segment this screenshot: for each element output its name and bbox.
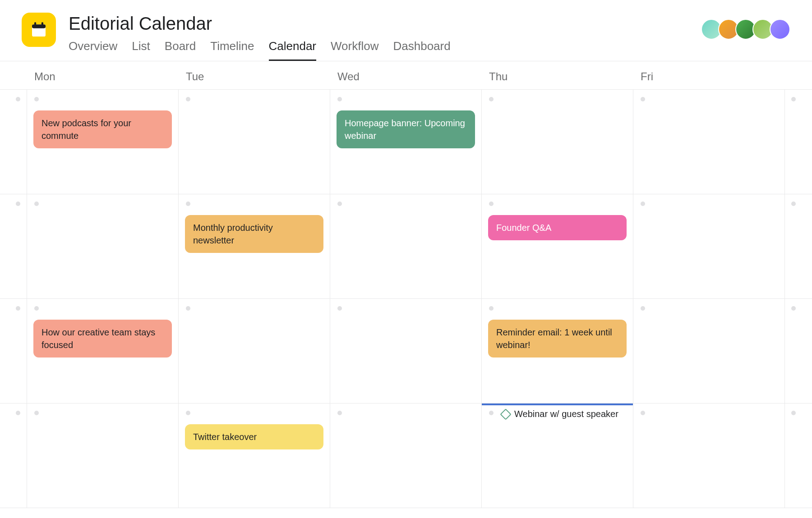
date-dot xyxy=(641,202,645,206)
date-dot xyxy=(791,202,796,206)
project-icon-calendar xyxy=(22,13,56,47)
cell-edge[interactable] xyxy=(785,403,812,508)
calendar-cell[interactable]: New podcasts for your commute xyxy=(27,90,179,194)
weekday-wed: Wed xyxy=(330,61,482,89)
tab-list[interactable]: List xyxy=(132,39,150,61)
calendar-grid: New podcasts for your commute Homepage b… xyxy=(0,89,812,508)
date-dot xyxy=(16,97,20,101)
avatar[interactable] xyxy=(770,19,790,40)
date-dot xyxy=(641,97,645,101)
task-card[interactable]: Reminder email: 1 week until webinar! xyxy=(488,320,627,358)
cell-edge[interactable] xyxy=(785,299,812,403)
date-dot xyxy=(337,306,342,311)
cell-edge[interactable] xyxy=(785,194,812,299)
weekday-tue: Tue xyxy=(179,61,330,89)
date-dot xyxy=(641,306,645,311)
date-dot xyxy=(16,202,20,206)
calendar-cell[interactable] xyxy=(330,403,482,508)
date-dot xyxy=(34,97,39,101)
svg-rect-1 xyxy=(32,24,46,28)
date-dot xyxy=(186,411,190,415)
milestone-diamond-icon xyxy=(500,408,511,420)
task-card[interactable]: Founder Q&A xyxy=(488,215,627,240)
date-dot xyxy=(34,202,39,206)
calendar-cell[interactable]: Founder Q&A xyxy=(482,194,633,299)
task-card[interactable]: Homepage banner: Upcoming webinar xyxy=(337,110,475,148)
weekday-thu: Thu xyxy=(482,61,633,89)
tab-calendar[interactable]: Calendar xyxy=(269,39,317,61)
task-card[interactable]: Twitter takeover xyxy=(185,424,323,449)
calendar-cell[interactable]: How our creative team stays focused xyxy=(27,299,179,403)
tab-workflow[interactable]: Workflow xyxy=(331,39,378,61)
date-dot xyxy=(489,202,494,206)
calendar-cell[interactable]: Reminder email: 1 week until webinar! xyxy=(482,299,633,403)
svg-rect-2 xyxy=(34,22,36,26)
date-dot xyxy=(489,411,494,415)
calendar-cell[interactable] xyxy=(633,403,785,508)
date-dot xyxy=(489,97,494,101)
task-card[interactable]: Monthly productivity newsletter xyxy=(185,215,323,253)
date-dot xyxy=(489,306,494,311)
date-dot xyxy=(16,306,20,311)
calendar-cell[interactable] xyxy=(330,299,482,403)
date-dot xyxy=(186,202,190,206)
calendar-cell-today[interactable]: Webinar w/ guest speaker xyxy=(482,403,633,508)
weekend-col-left xyxy=(0,61,27,89)
page-title: Editorial Calendar xyxy=(69,14,451,34)
calendar-cell[interactable] xyxy=(179,299,330,403)
date-dot xyxy=(16,411,20,415)
weekday-header-row: Mon Tue Wed Thu Fri xyxy=(0,61,812,89)
date-dot xyxy=(791,306,796,311)
calendar-cell[interactable] xyxy=(330,194,482,299)
calendar-cell[interactable]: Twitter takeover xyxy=(179,403,330,508)
date-dot xyxy=(34,411,39,415)
svg-rect-3 xyxy=(42,22,43,26)
tab-dashboard[interactable]: Dashboard xyxy=(393,39,450,61)
cell-edge[interactable] xyxy=(0,90,27,194)
cell-edge[interactable] xyxy=(0,194,27,299)
calendar-cell[interactable] xyxy=(633,90,785,194)
milestone-label: Webinar w/ guest speaker xyxy=(514,409,618,419)
calendar-cell[interactable] xyxy=(482,90,633,194)
calendar-cell[interactable]: Homepage banner: Upcoming webinar xyxy=(330,90,482,194)
calendar-cell[interactable] xyxy=(633,194,785,299)
date-dot xyxy=(791,97,796,101)
cell-edge[interactable] xyxy=(0,403,27,508)
tab-overview[interactable]: Overview xyxy=(69,39,117,61)
calendar-cell[interactable] xyxy=(633,299,785,403)
date-dot xyxy=(641,411,645,415)
weekday-mon: Mon xyxy=(27,61,179,89)
date-dot xyxy=(337,202,342,206)
date-dot xyxy=(34,306,39,311)
date-dot xyxy=(337,411,342,415)
calendar-cell[interactable] xyxy=(27,194,179,299)
weekend-col-right xyxy=(785,61,812,89)
calendar-icon xyxy=(30,21,48,39)
calendar-cell[interactable]: Monthly productivity newsletter xyxy=(179,194,330,299)
tab-board[interactable]: Board xyxy=(165,39,196,61)
milestone-event[interactable]: Webinar w/ guest speaker xyxy=(502,409,618,419)
cell-edge[interactable] xyxy=(785,90,812,194)
task-card[interactable]: How our creative team stays focused xyxy=(33,320,172,358)
weekday-fri: Fri xyxy=(633,61,785,89)
cell-edge[interactable] xyxy=(0,299,27,403)
calendar-cell[interactable] xyxy=(179,90,330,194)
date-dot xyxy=(791,411,796,415)
date-dot xyxy=(186,306,190,311)
task-card[interactable]: New podcasts for your commute xyxy=(33,110,172,148)
date-dot xyxy=(337,97,342,101)
calendar-cell[interactable] xyxy=(27,403,179,508)
view-tabs: Overview List Board Timeline Calendar Wo… xyxy=(69,39,451,61)
member-avatars[interactable] xyxy=(705,19,790,40)
tab-timeline[interactable]: Timeline xyxy=(210,39,254,61)
project-header: Editorial Calendar Overview List Board T… xyxy=(0,0,812,61)
date-dot xyxy=(186,97,190,101)
